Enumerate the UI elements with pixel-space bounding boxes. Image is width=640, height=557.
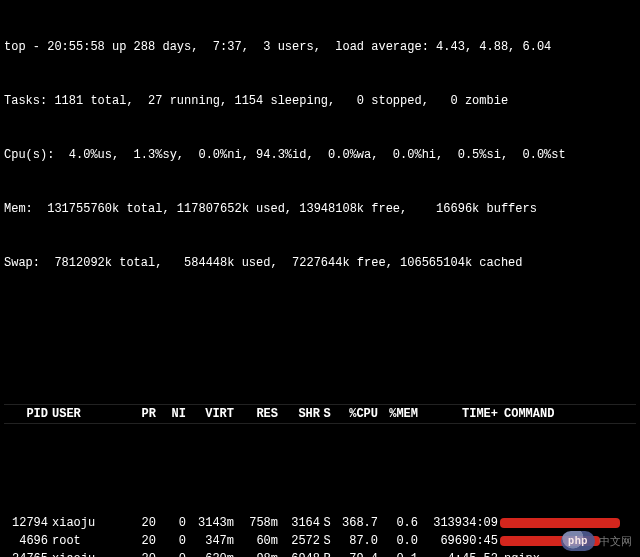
cell-ni: 0: [156, 550, 186, 557]
col-mem: %MEM: [378, 405, 418, 423]
summary-line-swap: Swap: 7812092k total, 584448k used, 7227…: [4, 254, 636, 272]
cell-pr: 20: [112, 532, 156, 550]
cell-s: R: [320, 550, 334, 557]
table-row: 24765xiaoju200630m98m6948R79.40.14:45.52…: [4, 550, 636, 557]
cell-time: 69690:45: [418, 532, 498, 550]
col-res: RES: [234, 405, 278, 423]
cell-virt: 347m: [186, 532, 234, 550]
cell-cpu: 368.7: [334, 514, 378, 532]
watermark-text: 中文网: [599, 532, 632, 550]
col-s: S: [320, 405, 334, 423]
terminal-output: top - 20:55:58 up 288 days, 7:37, 3 user…: [0, 0, 640, 557]
cell-res: 60m: [234, 532, 278, 550]
summary-line-uptime: top - 20:55:58 up 288 days, 7:37, 3 user…: [4, 38, 636, 56]
cell-cpu: 87.0: [334, 532, 378, 550]
cell-shr: 6948: [278, 550, 320, 557]
cell-ni: 0: [156, 532, 186, 550]
cell-user: root: [48, 532, 112, 550]
col-virt: VIRT: [186, 405, 234, 423]
cell-res: 758m: [234, 514, 278, 532]
process-table-body: 12794xiaoju2003143m758m3164S368.70.63139…: [4, 514, 636, 557]
cell-cpu: 79.4: [334, 550, 378, 557]
cell-user: xiaoju: [48, 514, 112, 532]
cell-pid: 4696: [4, 532, 48, 550]
cell-pr: 20: [112, 550, 156, 557]
col-cmd: COMMAND: [498, 405, 636, 423]
cell-s: S: [320, 514, 334, 532]
cell-ni: 0: [156, 514, 186, 532]
summary-line-mem: Mem: 131755760k total, 117807652k used, …: [4, 200, 636, 218]
php-logo-icon: php: [561, 531, 595, 551]
cell-virt: 630m: [186, 550, 234, 557]
redaction-mark: [500, 518, 620, 528]
cell-mem: 0.6: [378, 514, 418, 532]
cell-user: xiaoju: [48, 550, 112, 557]
col-time: TIME+: [418, 405, 498, 423]
watermark: php 中文网: [561, 531, 632, 551]
cell-mem: 0.0: [378, 532, 418, 550]
table-row: 4696root200347m60m2572S87.00.069690:45: [4, 532, 636, 550]
cell-virt: 3143m: [186, 514, 234, 532]
cell-cmd: nginx: [498, 550, 636, 557]
cell-shr: 3164: [278, 514, 320, 532]
summary-line-cpu: Cpu(s): 4.0%us, 1.3%sy, 0.0%ni, 94.3%id,…: [4, 146, 636, 164]
cell-time: 313934:09: [418, 514, 498, 532]
cell-pid: 12794: [4, 514, 48, 532]
col-user: USER: [48, 405, 112, 423]
cell-time: 4:45.52: [418, 550, 498, 557]
cell-pr: 20: [112, 514, 156, 532]
cell-shr: 2572: [278, 532, 320, 550]
cell-cmd: [498, 514, 636, 532]
summary-line-tasks: Tasks: 1181 total, 27 running, 1154 slee…: [4, 92, 636, 110]
cell-res: 98m: [234, 550, 278, 557]
table-row: 12794xiaoju2003143m758m3164S368.70.63139…: [4, 514, 636, 532]
col-cpu: %CPU: [334, 405, 378, 423]
col-pr: PR: [112, 405, 156, 423]
col-ni: NI: [156, 405, 186, 423]
cell-s: S: [320, 532, 334, 550]
process-table-header: PID USER PR NI VIRT RES SHR S %CPU %MEM …: [4, 368, 636, 460]
col-shr: SHR: [278, 405, 320, 423]
cell-mem: 0.1: [378, 550, 418, 557]
cell-pid: 24765: [4, 550, 48, 557]
col-pid: PID: [4, 405, 48, 423]
